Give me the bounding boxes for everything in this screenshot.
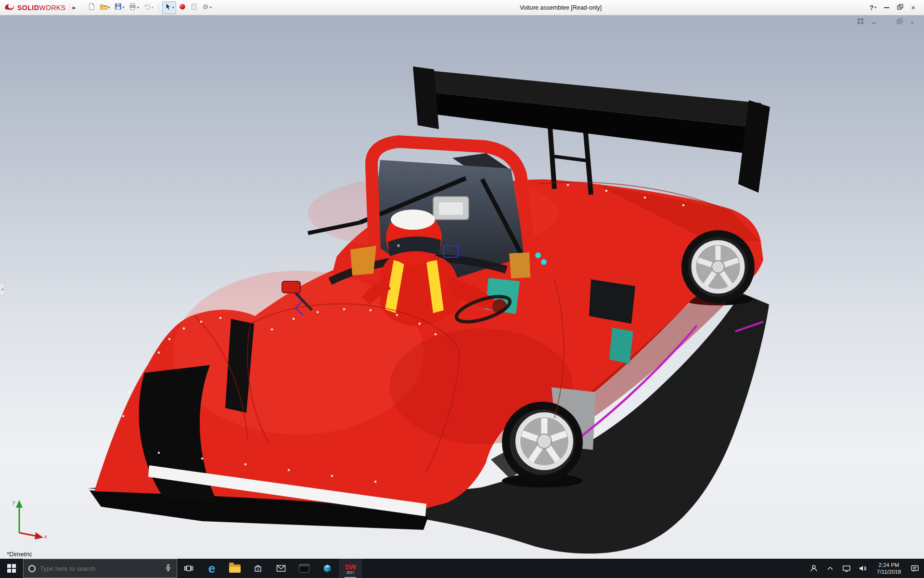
speaker-icon — [859, 565, 867, 572]
titlebar: SOLIDWORKS ▶ ▾ ▾ — [0, 0, 924, 15]
app-file-explorer[interactable] — [223, 559, 246, 578]
new-document-icon — [88, 2, 96, 13]
window-title: Voiture assemblee [Read-only] — [520, 0, 602, 15]
open-icon — [100, 2, 108, 13]
search-input[interactable] — [40, 565, 160, 572]
rear-right-wheel[interactable] — [681, 230, 755, 303]
select-tool-button[interactable]: ▾ — [162, 1, 176, 14]
window-menu-icon[interactable] — [857, 18, 864, 26]
y-axis-arrow — [16, 500, 23, 508]
car-model-render[interactable] — [0, 15, 924, 559]
network-icon — [842, 565, 851, 572]
doc-restore-button[interactable] — [897, 18, 903, 26]
menu-flyout-button[interactable]: ▶ — [70, 4, 78, 11]
window-controls: ?▾ × — [870, 3, 920, 12]
ds-logo-icon — [4, 2, 15, 13]
action-center-button[interactable] — [908, 559, 922, 578]
print-button[interactable]: ▾ — [127, 1, 141, 14]
front-right-wheel[interactable] — [502, 402, 583, 483]
toolbar-separator — [158, 3, 159, 13]
people-button[interactable] — [807, 559, 821, 578]
chevron-up-icon — [827, 566, 834, 571]
task-view-icon — [184, 564, 193, 573]
y-axis-label: y — [13, 499, 15, 505]
brand-name-light: WORKS — [39, 4, 65, 12]
console-icon — [299, 564, 309, 573]
network-button[interactable] — [839, 559, 854, 578]
select-dropdown-caret[interactable]: ▾ — [172, 6, 174, 10]
left-mirror — [282, 281, 300, 293]
task-view-button[interactable] — [177, 559, 200, 578]
edge-icon: e — [208, 562, 215, 575]
solidworks-brand: SOLIDWORKS ▶ — [4, 2, 81, 13]
app-3d-viewer[interactable] — [316, 559, 339, 578]
print-icon — [128, 2, 137, 13]
help-dropdown-caret: ▾ — [874, 6, 876, 10]
print-dropdown-caret[interactable]: ▾ — [137, 6, 139, 10]
close-button[interactable]: × — [911, 4, 915, 11]
people-icon — [810, 565, 818, 572]
standard-toolbar: ▾ ▾ ▾ ▾ — [86, 1, 213, 14]
windows-taskbar: e SW 2017 — [0, 559, 924, 578]
app-edge[interactable]: e — [200, 559, 223, 578]
taskbar-clock[interactable]: 2:24 PM 7/11/2018 — [872, 562, 906, 575]
clock-time: 2:24 PM — [872, 562, 906, 568]
sheet-icon — [190, 3, 198, 13]
help-button[interactable]: ?▾ — [870, 4, 877, 12]
side-intake — [589, 279, 635, 324]
store-icon — [253, 564, 263, 573]
restore-button[interactable] — [897, 3, 903, 12]
save-button[interactable]: ▾ — [113, 1, 126, 14]
minimize-button[interactable] — [884, 7, 889, 8]
graphics-viewport[interactable]: × ◂ y x *Dimetric — [0, 15, 924, 559]
app-console[interactable] — [293, 559, 316, 578]
options-gear-icon — [202, 3, 209, 13]
select-arrow-icon — [164, 3, 172, 13]
appearance-ball-icon — [179, 3, 186, 13]
volume-button[interactable] — [856, 559, 870, 578]
app-solidworks[interactable]: SW 2017 — [339, 559, 362, 578]
solidworks-taskbar-icon: SW 2017 — [345, 563, 356, 574]
appearance-button[interactable] — [177, 1, 188, 14]
orientation-triad: y x — [9, 498, 50, 539]
tray-overflow-button[interactable] — [823, 559, 837, 578]
solidworks-window: SOLIDWORKS ▶ ▾ ▾ — [0, 0, 924, 578]
undo-icon — [143, 2, 151, 13]
new-document-button[interactable] — [86, 1, 97, 14]
mail-icon — [276, 565, 286, 572]
file-explorer-icon — [229, 565, 241, 573]
undo-dropdown-caret[interactable]: ▾ — [152, 6, 154, 10]
doc-close-button[interactable]: × — [910, 19, 914, 26]
options-dropdown-caret[interactable]: ▾ — [210, 6, 212, 10]
action-center-icon — [911, 565, 919, 573]
start-button[interactable] — [0, 559, 23, 578]
open-dropdown-caret[interactable]: ▾ — [108, 6, 110, 10]
app-mail[interactable] — [270, 559, 293, 578]
brand-name: SOLIDWORKS — [17, 4, 66, 12]
app-store[interactable] — [246, 559, 270, 578]
x-axis-arrow — [35, 532, 43, 539]
document-window-controls: × — [857, 18, 914, 26]
view-orientation-label: *Dimetric — [7, 551, 32, 558]
undo-button[interactable]: ▾ — [141, 1, 155, 14]
brand-name-bold: SOLID — [17, 4, 39, 12]
save-dropdown-caret[interactable]: ▾ — [123, 6, 125, 10]
panel-collapse-handle[interactable]: ◂ — [0, 283, 5, 295]
doc-minimize-button[interactable] — [871, 18, 877, 26]
clock-date: 7/11/2018 — [872, 568, 906, 575]
options-button[interactable]: ▾ — [200, 1, 213, 14]
system-tray: 2:24 PM 7/11/2018 — [807, 559, 924, 578]
cube-icon — [322, 564, 332, 573]
sheet-button[interactable] — [189, 1, 199, 14]
x-axis-label: x — [44, 534, 47, 539]
taskbar-search[interactable] — [23, 559, 177, 578]
cortana-icon — [28, 565, 36, 572]
microphone-icon[interactable] — [165, 564, 172, 574]
windows-logo-icon — [7, 564, 16, 573]
save-icon — [114, 2, 122, 13]
open-button[interactable]: ▾ — [98, 1, 112, 14]
